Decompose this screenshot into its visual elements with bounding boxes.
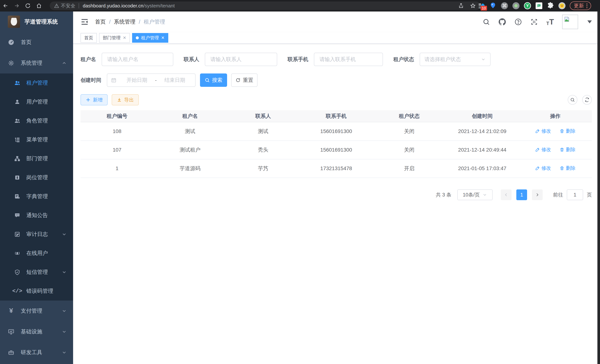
goto-page-input[interactable] bbox=[567, 189, 583, 200]
cell-tenant-name: 测试 bbox=[154, 122, 227, 141]
extension-command-icon[interactable]: ⌘ bbox=[501, 2, 508, 9]
chevron-down-icon bbox=[481, 57, 486, 62]
code-icon: </> bbox=[14, 288, 20, 294]
chevron-down-icon bbox=[62, 232, 67, 237]
sidebar-item-label: 首页 bbox=[21, 38, 67, 46]
breadcrumb-system[interactable]: 系统管理 bbox=[114, 18, 135, 26]
avatar-caret-icon[interactable] bbox=[587, 20, 592, 23]
chevron-left-icon bbox=[504, 193, 508, 197]
browser-back-button[interactable] bbox=[0, 0, 11, 11]
filter-row-2: 创建时间 开始日期 - 结束日期 搜索 重置 bbox=[81, 74, 592, 87]
prev-page-button[interactable] bbox=[501, 189, 512, 200]
delete-link[interactable]: 删除 bbox=[560, 128, 575, 134]
sidebar-item-audit-log[interactable]: 审计日志 bbox=[0, 225, 73, 244]
sidebar-item-label: 在线用户 bbox=[26, 250, 67, 257]
header-help-button[interactable] bbox=[514, 18, 522, 26]
header-font-size-button[interactable]: TT bbox=[546, 18, 554, 26]
refresh-icon bbox=[235, 78, 241, 83]
extension-chat-icon[interactable] bbox=[535, 2, 543, 9]
sidebar-item-label: 通知公告 bbox=[26, 212, 67, 219]
extension-puzzle-icon[interactable] bbox=[547, 2, 554, 9]
sidebar-item-post-management[interactable]: 岗位管理 bbox=[0, 168, 73, 187]
tenant-name-input[interactable] bbox=[102, 53, 173, 66]
breadcrumb-home[interactable]: 首页 bbox=[95, 18, 106, 26]
puzzle-icon bbox=[547, 2, 554, 9]
address-bar[interactable]: 不安全 dashboard.yudao.iocoder.cn /system/t… bbox=[50, 1, 480, 10]
update-label: 更新 bbox=[574, 2, 584, 9]
users-icon bbox=[14, 80, 20, 86]
header-github-button[interactable] bbox=[498, 18, 506, 26]
tab-close-icon[interactable]: ✕ bbox=[161, 36, 164, 40]
extension-dot-icon[interactable] bbox=[512, 2, 520, 9]
sidebar: 芋道管理系统 首页 系统管理 租户管理 bbox=[0, 11, 73, 364]
extension-emoji-icon[interactable] bbox=[558, 2, 566, 9]
browser-update-button[interactable]: 更新 bbox=[570, 1, 591, 10]
mobile-input[interactable] bbox=[314, 53, 383, 66]
browser-menu-icon[interactable] bbox=[586, 3, 587, 8]
add-button-label: 新增 bbox=[93, 97, 103, 103]
user-avatar[interactable] bbox=[562, 15, 578, 29]
sidebar-item-role-management[interactable]: 角色管理 bbox=[0, 111, 73, 130]
sidebar-fold-button[interactable] bbox=[81, 18, 89, 26]
sidebar-item-label: 用户管理 bbox=[26, 98, 67, 106]
sidebar-item-online-users[interactable]: 在线用户 bbox=[0, 244, 73, 263]
tenant-table: 租户编号 租户名 联系人 联系手机 租户状态 创建时间 操作 108 测试 测试 bbox=[81, 110, 592, 178]
sidebar-item-user-management[interactable]: 用户管理 bbox=[0, 92, 73, 111]
reset-button[interactable]: 重置 bbox=[231, 74, 258, 87]
sidebar-item-payment[interactable]: ¥ 支付管理 bbox=[0, 300, 73, 321]
contact-input[interactable] bbox=[205, 53, 277, 66]
header-fullscreen-button[interactable] bbox=[530, 18, 538, 26]
share-icon[interactable] bbox=[458, 3, 464, 9]
sidebar-item-label: 菜单管理 bbox=[26, 136, 67, 143]
extension-y-icon[interactable]: Y bbox=[524, 2, 531, 9]
extension-blocks-icon[interactable]: 10 bbox=[478, 2, 485, 9]
tenant-status-select[interactable]: 请选择租户状态 bbox=[420, 53, 490, 66]
edit-link[interactable]: 修改 bbox=[535, 128, 551, 134]
filter-row-1: 租户名 联系人 联系手机 租户状态 请选择租户状态 bbox=[81, 53, 592, 66]
extension-balloon-icon[interactable] bbox=[489, 2, 497, 9]
sidebar-item-error-code[interactable]: </> 错误码管理 bbox=[0, 282, 73, 300]
browser-forward-button[interactable] bbox=[11, 0, 22, 11]
sidebar-item-home[interactable]: 首页 bbox=[0, 32, 73, 53]
cell-status: 开启 bbox=[373, 159, 446, 178]
help-icon bbox=[515, 18, 522, 26]
sidebar-item-dict-management[interactable]: 字典管理 bbox=[0, 187, 73, 206]
sidebar-item-tenant-management[interactable]: 租户管理 bbox=[0, 74, 73, 92]
sidebar-item-system[interactable]: 系统管理 bbox=[0, 53, 73, 74]
sidebar-logo[interactable]: 芋道管理系统 bbox=[0, 11, 73, 32]
delete-link[interactable]: 删除 bbox=[560, 165, 575, 171]
edit-link[interactable]: 修改 bbox=[535, 165, 551, 171]
bookmark-star-icon[interactable] bbox=[470, 3, 476, 9]
sidebar-item-menu-management[interactable]: 菜单管理 bbox=[0, 130, 73, 149]
browser-toolbar: 不安全 dashboard.yudao.iocoder.cn /system/t… bbox=[0, 0, 600, 11]
extensions-strip: 10 ⌘ Y bbox=[478, 0, 591, 11]
tab-tenant-management[interactable]: 租户管理 ✕ bbox=[132, 33, 168, 43]
browser-reload-button[interactable] bbox=[22, 0, 33, 11]
page-size-select[interactable]: 10条/页 bbox=[457, 189, 493, 200]
page-size-value: 10条/页 bbox=[463, 191, 480, 198]
sidebar-item-sms-management[interactable]: 短信管理 bbox=[0, 263, 73, 282]
browser-home-button[interactable] bbox=[33, 0, 45, 11]
tab-close-icon[interactable]: ✕ bbox=[123, 36, 126, 40]
user-icon bbox=[14, 99, 20, 105]
export-button[interactable]: 导出 bbox=[112, 94, 139, 105]
tab-dept-management[interactable]: 部门管理 ✕ bbox=[99, 33, 130, 43]
show-search-toggle-button[interactable] bbox=[568, 95, 577, 105]
sidebar-item-dev-tools[interactable]: 研发工具 bbox=[0, 342, 73, 363]
sidebar-item-label: 支付管理 bbox=[21, 307, 62, 315]
edit-link[interactable]: 修改 bbox=[535, 146, 551, 153]
table-row: 1 芋道源码 芋艿 17321315478 开启 2021-01-05 17:0… bbox=[81, 159, 592, 178]
sidebar-item-dept-management[interactable]: 部门管理 bbox=[0, 149, 73, 168]
add-button[interactable]: 新增 bbox=[81, 94, 108, 105]
next-page-button[interactable] bbox=[532, 189, 543, 200]
refresh-table-button[interactable] bbox=[582, 95, 592, 105]
tenant-name-label: 租户名 bbox=[81, 56, 96, 63]
sidebar-item-infrastructure[interactable]: 基础设施 bbox=[0, 321, 73, 342]
create-time-range-picker[interactable]: 开始日期 - 结束日期 bbox=[107, 74, 196, 87]
search-button[interactable]: 搜索 bbox=[200, 74, 227, 87]
tab-home[interactable]: 首页 bbox=[81, 33, 97, 43]
delete-link[interactable]: 删除 bbox=[560, 146, 575, 153]
page-number-button[interactable]: 1 bbox=[516, 189, 527, 200]
sidebar-item-notice[interactable]: 通知公告 bbox=[0, 206, 73, 225]
header-search-button[interactable] bbox=[482, 18, 490, 26]
